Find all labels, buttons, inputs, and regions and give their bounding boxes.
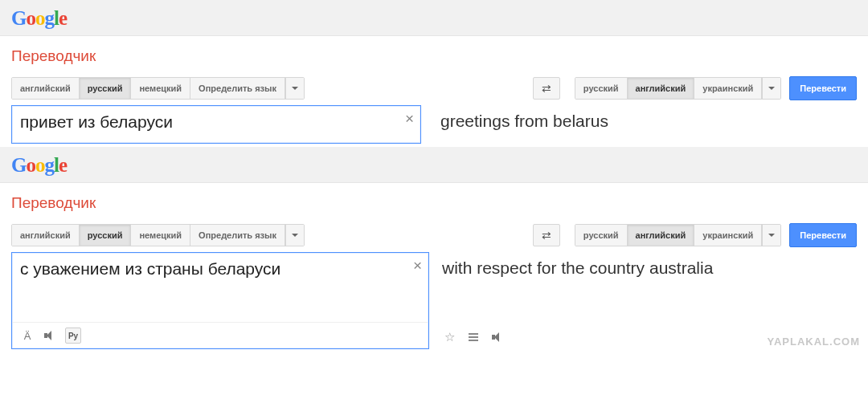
logo-letter: G (11, 7, 26, 29)
toolbar-row: английский русский немецкий Определить я… (0, 76, 868, 105)
output-wrap: with respect for the country australia ☆ (440, 252, 857, 349)
source-lang-tabs: английский русский немецкий Определить я… (11, 224, 305, 246)
swap-icon: ⇄ (542, 82, 551, 95)
target-lang-tab-russian[interactable]: русский (575, 78, 628, 99)
clear-input-button[interactable]: × (413, 258, 422, 273)
listen-source-button[interactable] (43, 328, 57, 343)
swap-languages-button[interactable]: ⇄ (533, 77, 560, 100)
target-lang-group: ⇄ русский английский украинский Перевест… (533, 223, 857, 247)
header-bar: Google (0, 147, 868, 183)
translation-output: with respect for the country australia (440, 252, 857, 325)
target-lang-tab-ukrainian[interactable]: украинский (694, 78, 762, 99)
phrasebook-button[interactable] (466, 330, 481, 344)
logo-letter: o (35, 154, 45, 176)
source-text[interactable]: привет из беларуси (12, 106, 420, 138)
source-text-box[interactable]: с уважением из страны беларуси × Ä Ру (11, 252, 429, 349)
swap-icon: ⇄ (542, 229, 551, 242)
speaker-icon (492, 332, 503, 342)
google-logo[interactable]: Google (11, 6, 67, 30)
logo-letter: o (26, 154, 35, 176)
target-lang-tab-english[interactable]: английский (628, 225, 695, 246)
listen-output-button[interactable] (490, 330, 505, 344)
speaker-icon (44, 331, 55, 340)
translate-button[interactable]: Перевести (789, 76, 857, 100)
source-lang-tab-russian[interactable]: русский (80, 225, 132, 246)
chevron-down-icon (292, 87, 298, 90)
screenshot-container: Google Переводчик английский русский нем… (0, 0, 868, 352)
source-lang-tab-english[interactable]: английский (12, 225, 80, 246)
chevron-down-icon (768, 87, 775, 90)
target-lang-tabs: русский английский украинский (575, 224, 781, 246)
chevron-down-icon (768, 234, 775, 237)
logo-letter: e (59, 7, 67, 29)
watermark: YAPLAKAL.COM (767, 336, 860, 348)
logo-letter: g (44, 154, 54, 176)
target-lang-dropdown[interactable] (762, 225, 780, 246)
logo-letter: o (35, 7, 45, 29)
app-title[interactable]: Переводчик (0, 183, 868, 223)
input-method-button[interactable]: Ру (65, 328, 81, 344)
input-footer-toolbar: Ä Ру (12, 322, 428, 348)
special-char-button[interactable]: Ä (20, 328, 35, 343)
logo-letter: G (11, 154, 26, 176)
chevron-down-icon (292, 234, 298, 237)
source-lang-tab-german[interactable]: немецкий (131, 78, 190, 99)
logo-letter: o (26, 7, 35, 29)
target-lang-tabs: русский английский украинский (575, 77, 781, 100)
source-lang-tab-german[interactable]: немецкий (131, 225, 190, 246)
header-bar: Google (0, 0, 868, 36)
swap-languages-button[interactable]: ⇄ (533, 224, 560, 246)
save-translation-button[interactable]: ☆ (442, 330, 457, 344)
target-lang-tab-english[interactable]: английский (628, 78, 695, 99)
source-lang-group: английский русский немецкий Определить я… (11, 77, 305, 100)
app-title[interactable]: Переводчик (0, 36, 868, 76)
source-lang-tab-detect[interactable]: Определить язык (190, 78, 285, 99)
logo-letter: g (44, 7, 54, 29)
target-lang-tab-ukrainian[interactable]: украинский (694, 225, 762, 246)
toolbar-row: английский русский немецкий Определить я… (0, 223, 868, 252)
clear-input-button[interactable]: × (405, 111, 414, 126)
source-lang-tab-english[interactable]: английский (12, 78, 80, 99)
target-lang-group: ⇄ русский английский украинский Перевест… (533, 76, 857, 100)
list-icon (469, 333, 478, 341)
source-lang-dropdown[interactable] (285, 225, 304, 246)
source-lang-dropdown[interactable] (285, 78, 304, 99)
google-logo[interactable]: Google (11, 153, 67, 177)
logo-letter: e (59, 154, 67, 176)
translation-output: greetings from belarus (432, 105, 857, 144)
source-text-box[interactable]: привет из беларуси × (11, 105, 421, 144)
source-lang-tab-russian[interactable]: русский (80, 78, 132, 99)
io-row: привет из беларуси × greetings from bela… (0, 105, 868, 147)
source-lang-group: английский русский немецкий Определить я… (11, 224, 305, 246)
translate-button[interactable]: Перевести (789, 223, 857, 247)
target-lang-dropdown[interactable] (762, 78, 780, 99)
source-lang-tabs: английский русский немецкий Определить я… (11, 77, 305, 100)
source-text[interactable]: с уважением из страны беларуси (12, 253, 428, 322)
io-row: с уважением из страны беларуси × Ä Ру wi… (0, 252, 868, 352)
target-lang-tab-russian[interactable]: русский (575, 225, 628, 246)
source-lang-tab-detect[interactable]: Определить язык (190, 225, 285, 246)
